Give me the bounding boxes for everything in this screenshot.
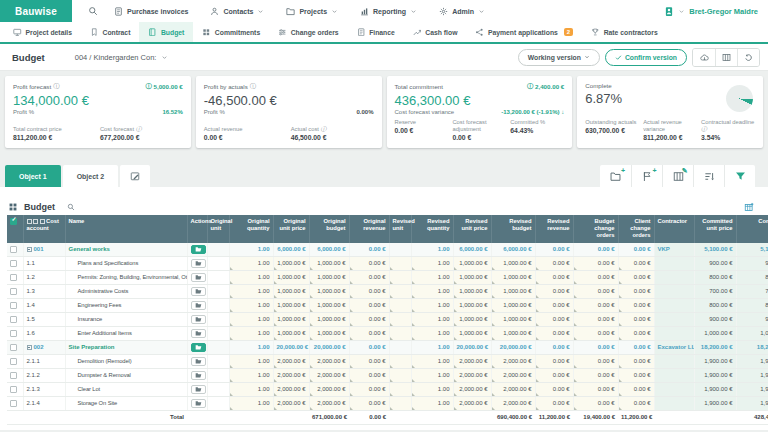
cell-oqty[interactable]: 1.00 bbox=[229, 312, 273, 326]
row-checkbox[interactable] bbox=[10, 274, 17, 281]
open-folder-button[interactable] bbox=[191, 371, 206, 380]
history-button[interactable] bbox=[737, 49, 759, 66]
cell-obudget[interactable]: 1,000.00 € bbox=[309, 298, 349, 312]
column-header-original-budget[interactable]: Original budget bbox=[309, 215, 349, 243]
tab-finance[interactable]: Finance bbox=[348, 22, 404, 42]
collapse-level-button[interactable] bbox=[40, 219, 45, 224]
cell-oprice[interactable]: 1,000.00 € bbox=[273, 256, 309, 270]
column-chooser-icon[interactable] bbox=[744, 202, 754, 212]
open-folder-button[interactable] bbox=[191, 245, 206, 254]
cell-orev[interactable]: 0.00 € bbox=[349, 354, 389, 368]
select-all-checkbox[interactable] bbox=[10, 218, 17, 225]
cell-rbudget[interactable]: 2,000.00 € bbox=[491, 382, 535, 396]
column-header-original-unit-price[interactable]: Original unit price bbox=[273, 215, 309, 243]
nav-item-admin[interactable]: Admin bbox=[439, 7, 485, 16]
collapse-group-button[interactable] bbox=[27, 345, 32, 350]
open-folder-button[interactable] bbox=[191, 343, 206, 352]
cell-rbudget[interactable]: 2,000.00 € bbox=[491, 354, 535, 368]
collapse-level-button[interactable] bbox=[33, 219, 38, 224]
cell-rqty[interactable]: 1.00 bbox=[411, 368, 453, 382]
cell-rqty[interactable]: 1.00 bbox=[411, 326, 453, 340]
cell-oqty[interactable]: 1.00 bbox=[229, 354, 273, 368]
column-header-revised-revenue[interactable]: Revised revenue bbox=[535, 215, 573, 243]
cell-orev[interactable]: 0.00 € bbox=[349, 326, 389, 340]
column-header-original-quantity[interactable]: Original quantity bbox=[229, 215, 273, 243]
cell-rrev[interactable]: 0.00 € bbox=[535, 284, 573, 298]
cell-bco[interactable]: 0.00 € bbox=[573, 382, 618, 396]
cell-cco[interactable]: 0.00 € bbox=[618, 368, 654, 382]
sort-button[interactable] bbox=[693, 165, 724, 187]
cell-orev[interactable]: 0.00 € bbox=[349, 298, 389, 312]
row-checkbox[interactable] bbox=[10, 358, 17, 365]
column-header-actions[interactable]: Actions bbox=[187, 215, 207, 243]
confirm-version-button[interactable]: Confirm version bbox=[605, 49, 687, 66]
open-folder-button[interactable] bbox=[191, 399, 206, 408]
cell-rbudget[interactable]: 1,000.00 € bbox=[491, 270, 535, 284]
cell-rqty[interactable]: 1.00 bbox=[411, 382, 453, 396]
cell-oprice[interactable]: 1,000.00 € bbox=[273, 298, 309, 312]
cell-rrev[interactable]: 0.00 € bbox=[535, 270, 573, 284]
column-header-revised-unit-price[interactable]: Revised unit price bbox=[453, 215, 491, 243]
cell-cco[interactable]: 0.00 € bbox=[618, 382, 654, 396]
project-selector[interactable]: 004 / Kindergarden Con: bbox=[75, 53, 169, 62]
cell-rprice[interactable]: 2,000.00 € bbox=[453, 368, 491, 382]
cell-runit[interactable] bbox=[389, 354, 411, 368]
row-checkbox[interactable] bbox=[10, 302, 17, 309]
nav-item-purchase-invoices[interactable]: Purchase invoices bbox=[114, 7, 188, 16]
column-header-original-unit[interactable]: Original unit bbox=[207, 215, 229, 243]
cell-bco[interactable]: 0.00 € bbox=[573, 326, 618, 340]
open-folder-button[interactable] bbox=[191, 273, 206, 282]
open-folder-button[interactable] bbox=[191, 315, 206, 324]
cell-cco[interactable]: 0.00 € bbox=[618, 312, 654, 326]
cell-orev[interactable]: 0.00 € bbox=[349, 368, 389, 382]
cell-rrev[interactable]: 0.00 € bbox=[535, 354, 573, 368]
cell-bco[interactable]: 0.00 € bbox=[573, 284, 618, 298]
cell-rbudget[interactable]: 1,000.00 € bbox=[491, 298, 535, 312]
cell-rrev[interactable]: 0.00 € bbox=[535, 396, 573, 410]
cell-rprice[interactable]: 1,000.00 € bbox=[453, 312, 491, 326]
cell-runit[interactable] bbox=[389, 284, 411, 298]
nav-item-reporting[interactable]: Reporting bbox=[360, 7, 417, 16]
cell-rprice[interactable]: 1,000.00 € bbox=[453, 326, 491, 340]
cell-obudget[interactable]: 1,000.00 € bbox=[309, 312, 349, 326]
cell-obudget[interactable]: 2,000.00 € bbox=[309, 368, 349, 382]
collapse-level-button[interactable] bbox=[27, 219, 32, 224]
column-header-revised-unit[interactable]: Revised unit bbox=[389, 215, 411, 243]
row-checkbox[interactable] bbox=[10, 330, 17, 337]
cell-rqty[interactable]: 1.00 bbox=[411, 312, 453, 326]
cell-bco[interactable]: 0.00 € bbox=[573, 368, 618, 382]
cell-runit[interactable] bbox=[389, 270, 411, 284]
open-folder-button[interactable] bbox=[191, 259, 206, 268]
cell-oprice[interactable]: 2,000.00 € bbox=[273, 354, 309, 368]
cell-orev[interactable]: 0.00 € bbox=[349, 270, 389, 284]
cell-rqty[interactable]: 1.00 bbox=[411, 256, 453, 270]
tab-contract[interactable]: Contract bbox=[81, 22, 139, 42]
row-checkbox[interactable] bbox=[10, 400, 17, 407]
cell-rrev[interactable]: 0.00 € bbox=[535, 368, 573, 382]
cell-bco[interactable]: 0.00 € bbox=[573, 256, 618, 270]
column-header-original-revenue[interactable]: Original revenue bbox=[349, 215, 389, 243]
open-folder-button[interactable] bbox=[191, 329, 206, 338]
nav-item-projects[interactable]: Projects bbox=[286, 7, 338, 16]
tab-change-orders[interactable]: Change orders bbox=[269, 22, 347, 42]
row-checkbox[interactable] bbox=[10, 260, 17, 267]
row-checkbox[interactable] bbox=[10, 288, 17, 295]
cell-runit[interactable] bbox=[389, 326, 411, 340]
cell-oqty[interactable]: 1.00 bbox=[229, 326, 273, 340]
column-header-revised-budget[interactable]: Revised budget bbox=[491, 215, 535, 243]
working-version-button[interactable]: Working version bbox=[518, 49, 600, 66]
cell-oprice[interactable]: 2,000.00 € bbox=[273, 382, 309, 396]
cell-rbudget[interactable]: 1,000.00 € bbox=[491, 284, 535, 298]
cell-bco[interactable]: 0.00 € bbox=[573, 396, 618, 410]
cell-obudget[interactable]: 2,000.00 € bbox=[309, 396, 349, 410]
column-header-budget-change-orders[interactable]: Budget change orders bbox=[573, 215, 618, 243]
cell-rqty[interactable]: 1.00 bbox=[411, 298, 453, 312]
cell-rrev[interactable]: 0.00 € bbox=[535, 298, 573, 312]
cell-oqty[interactable]: 1.00 bbox=[229, 368, 273, 382]
column-header-name[interactable]: Name bbox=[65, 215, 187, 243]
tab-rate-contractors[interactable]: Rate contractors bbox=[582, 22, 667, 42]
cell-rprice[interactable]: 2,000.00 € bbox=[453, 354, 491, 368]
row-checkbox[interactable] bbox=[10, 386, 17, 393]
column-header-contractor[interactable]: Contractor bbox=[654, 215, 694, 243]
add-group-button[interactable]: + bbox=[600, 165, 631, 187]
